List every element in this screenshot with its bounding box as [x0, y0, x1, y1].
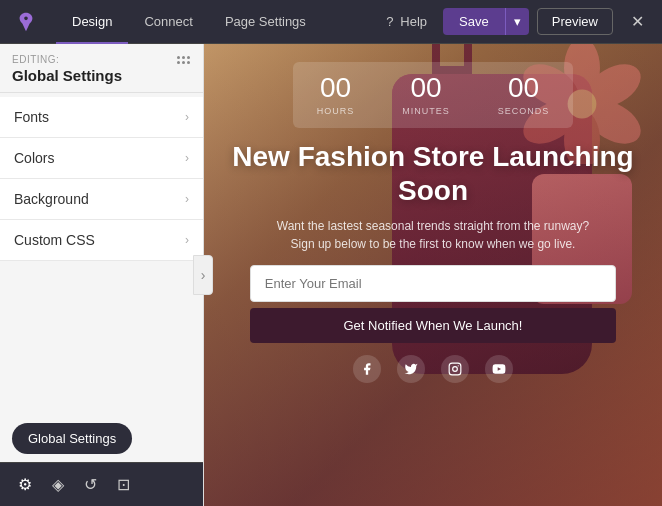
editing-label: EDITING:	[12, 54, 191, 65]
canvas-background: 00 HOURS 00 MINUTES 00 SECONDS New Fashi…	[204, 44, 662, 506]
settings-toolbar-button[interactable]: ⚙	[8, 469, 42, 500]
twitter-icon[interactable]	[397, 355, 425, 383]
top-nav: Design Connect Page Settings ? Help Save…	[0, 0, 662, 44]
preview-button[interactable]: Preview	[537, 8, 613, 35]
main-layout: EDITING: Global Settings Fonts › Colors …	[0, 44, 662, 506]
svg-rect-7	[449, 363, 461, 375]
save-btn-group: Save ▾	[443, 8, 529, 35]
sidebar-title: Global Settings	[12, 67, 191, 84]
sidebar-collapse-handle[interactable]	[193, 255, 213, 295]
sidebar-toolbar: ⚙ ◈ ↺ ⊡	[0, 462, 203, 506]
nav-tabs: Design Connect Page Settings	[56, 0, 378, 44]
email-input[interactable]	[250, 265, 616, 302]
sidebar-item-colors[interactable]: Colors ›	[0, 138, 203, 179]
svg-point-9	[458, 365, 459, 366]
svg-point-8	[453, 367, 458, 372]
canvas: 00 HOURS 00 MINUTES 00 SECONDS New Fashi…	[204, 44, 662, 506]
countdown-box: 00 HOURS 00 MINUTES 00 SECONDS	[293, 62, 574, 128]
sidebar-header: EDITING: Global Settings	[0, 44, 203, 93]
nav-tab-design[interactable]: Design	[56, 0, 128, 44]
save-button[interactable]: Save	[443, 8, 505, 35]
chevron-icon: ›	[185, 192, 189, 206]
countdown-seconds: 00 SECONDS	[498, 74, 550, 116]
dots-icon[interactable]	[177, 56, 191, 64]
chevron-icon: ›	[185, 151, 189, 165]
social-icons	[353, 355, 513, 383]
sidebar-item-custom-css[interactable]: Custom CSS ›	[0, 220, 203, 261]
chevron-icon: ›	[185, 233, 189, 247]
facebook-icon[interactable]	[353, 355, 381, 383]
sidebar: EDITING: Global Settings Fonts › Colors …	[0, 44, 204, 506]
countdown-hours: 00 HOURS	[317, 74, 355, 116]
app-logo	[12, 8, 40, 36]
launch-button[interactable]: Get Notified When We Launch!	[250, 308, 616, 343]
hero-subtitle: Want the lastest seasonal trends straigh…	[224, 217, 642, 253]
countdown-minutes: 00 MINUTES	[402, 74, 450, 116]
mobile-toolbar-button[interactable]: ⊡	[107, 469, 140, 500]
layers-toolbar-button[interactable]: ◈	[42, 469, 74, 500]
nav-tab-connect[interactable]: Connect	[128, 0, 208, 44]
sidebar-item-fonts[interactable]: Fonts ›	[0, 97, 203, 138]
hero-section: New Fashion Store Launching Soon Want th…	[204, 140, 662, 253]
youtube-icon[interactable]	[485, 355, 513, 383]
nav-right: ? Help Save ▾ Preview ✕	[378, 8, 650, 35]
sidebar-item-background[interactable]: Background ›	[0, 179, 203, 220]
undo-toolbar-button[interactable]: ↺	[74, 469, 107, 500]
instagram-icon[interactable]	[441, 355, 469, 383]
global-settings-pill: Global Settings	[12, 423, 132, 454]
email-section: Get Notified When We Launch!	[250, 265, 616, 343]
sidebar-bottom: Global Settings ⚙ ◈ ↺ ⊡	[0, 415, 203, 506]
save-dropdown-button[interactable]: ▾	[505, 8, 529, 35]
hero-title: New Fashion Store Launching Soon	[224, 140, 642, 207]
chevron-icon: ›	[185, 110, 189, 124]
help-button[interactable]: ? Help	[378, 10, 435, 33]
sidebar-menu: Fonts › Colors › Background › Custom CSS…	[0, 93, 203, 415]
nav-tab-page-settings[interactable]: Page Settings	[209, 0, 322, 44]
close-button[interactable]: ✕	[625, 8, 650, 35]
